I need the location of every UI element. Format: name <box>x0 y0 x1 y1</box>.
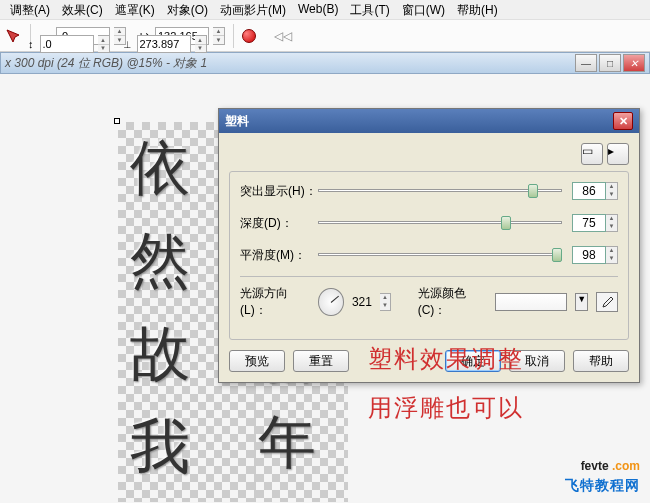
menu-item[interactable]: 动画影片(M) <box>214 0 292 19</box>
smooth-spinner[interactable]: ▲▼ <box>606 246 618 264</box>
highlight-spinner[interactable]: ▲▼ <box>606 182 618 200</box>
direction-value[interactable]: 321 <box>352 295 372 309</box>
direction-spinner[interactable]: ▲▼ <box>380 293 391 311</box>
y-spinner[interactable]: ▲▼ <box>98 35 110 53</box>
smooth-label: 平滑度(M)： <box>240 247 318 264</box>
direction-label: 光源方向(L)： <box>240 285 310 319</box>
highlight-slider[interactable] <box>318 181 562 201</box>
menu-item[interactable]: 调整(A) <box>4 0 56 19</box>
menu-item[interactable]: Web(B) <box>292 0 344 19</box>
record-button[interactable] <box>242 29 256 43</box>
watermark-tld: .com <box>612 459 640 473</box>
menu-item[interactable]: 对象(O) <box>161 0 214 19</box>
menu-item[interactable]: 帮助(H) <box>451 0 504 19</box>
document-title-bar: x 300 dpi (24 位 RGB) @15% - 对象 1 — □ ✕ <box>0 52 650 74</box>
menu-item[interactable]: 工具(T) <box>344 0 395 19</box>
plastic-dialog: 塑料 ✕ ▭ ▸ 突出显示(H)： 86 ▲▼ 深度(D)： <box>218 108 640 383</box>
dropdown-icon[interactable]: ▼ <box>575 293 588 311</box>
menu-item[interactable]: 遮罩(K) <box>109 0 161 19</box>
w-spinner[interactable]: ▲▼ <box>213 27 225 45</box>
minimize-button[interactable]: — <box>575 54 597 72</box>
smooth-slider[interactable] <box>318 245 562 265</box>
separator <box>240 276 618 277</box>
watermark-brand: fevte <box>581 459 609 473</box>
depth-spinner[interactable]: ▲▼ <box>606 214 618 232</box>
parameter-group: 突出显示(H)： 86 ▲▼ 深度(D)： 75 ▲▼ 平滑度(M)： <box>229 171 629 340</box>
h-spinner[interactable]: ▲▼ <box>195 35 207 53</box>
highlight-label: 突出显示(H)： <box>240 183 318 200</box>
h-input[interactable] <box>137 35 191 53</box>
dialog-close-button[interactable]: ✕ <box>613 112 633 130</box>
close-button[interactable]: ✕ <box>623 54 645 72</box>
watermark-subtitle: 飞特教程网 <box>565 477 640 495</box>
color-label: 光源颜色(C)： <box>418 285 487 319</box>
depth-slider[interactable] <box>318 213 562 233</box>
separator <box>233 24 234 48</box>
h-label: ⟂ <box>124 38 131 50</box>
preview-toggle-icon[interactable]: ▭ <box>581 143 603 165</box>
dialog-title: 塑料 <box>225 113 249 130</box>
light-color-picker[interactable] <box>495 293 567 311</box>
options-icon[interactable]: ▸ <box>607 143 629 165</box>
glyph: 年 <box>248 400 348 486</box>
highlight-value[interactable]: 86 <box>572 182 606 200</box>
preview-button[interactable]: 预览 <box>229 350 285 372</box>
maximize-button[interactable]: □ <box>599 54 621 72</box>
dialog-title-bar[interactable]: 塑料 ✕ <box>219 109 639 133</box>
document-title: x 300 dpi (24 位 RGB) @15% - 对象 1 <box>5 55 207 72</box>
y-input[interactable] <box>40 35 94 53</box>
watermark: fevte .com 飞特教程网 <box>565 445 640 495</box>
y-label: ↕ <box>28 38 34 50</box>
direction-dial[interactable] <box>318 288 343 316</box>
menu-item[interactable]: 效果(C) <box>56 0 109 19</box>
rewind-icon[interactable]: ◁◁ <box>274 27 292 45</box>
annotation-text-2: 用浮雕也可以 <box>368 392 524 424</box>
eyedropper-button[interactable] <box>596 292 618 312</box>
depth-value[interactable]: 75 <box>572 214 606 232</box>
smooth-value[interactable]: 98 <box>572 246 606 264</box>
menu-item[interactable]: 窗口(W) <box>396 0 451 19</box>
annotation-text-1: 塑料效果调整 <box>368 343 524 375</box>
depth-label: 深度(D)： <box>240 215 318 232</box>
reset-button[interactable]: 重置 <box>293 350 349 372</box>
menu-bar: 调整(A) 效果(C) 遮罩(K) 对象(O) 动画影片(M) Web(B) 工… <box>0 0 650 20</box>
glyph: 我 <box>118 401 258 494</box>
help-button[interactable]: 帮助 <box>573 350 629 372</box>
tool-icon[interactable] <box>4 27 22 45</box>
